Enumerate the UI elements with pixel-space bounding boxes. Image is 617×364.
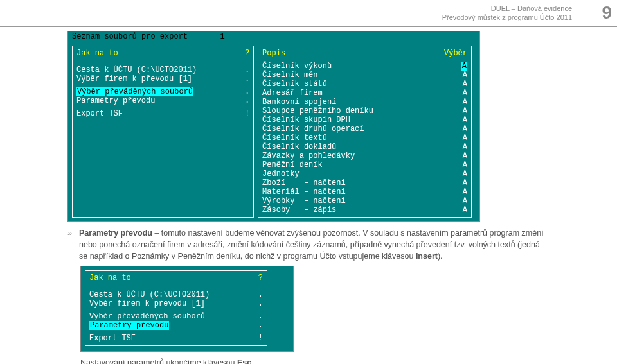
- body-paragraph: » Parametry převodu – tomuto nastavení b…: [67, 227, 550, 262]
- dos-left-panel: Jak na to ? Cesta k ÚČTU (C:\UCTO2011). …: [72, 46, 254, 218]
- list-item[interactable]: JednotkyA: [262, 169, 467, 178]
- left-hdr-l: Jak na to: [76, 49, 118, 58]
- dos-screenshot-1: Seznam souborů pro export 1 Jak na to ? …: [67, 31, 480, 222]
- list-item[interactable]: Číselník výkonůA: [262, 62, 467, 71]
- menu-item[interactable]: Export TSF!: [76, 109, 249, 118]
- list-item[interactable]: Závazky a pohledávkyA: [262, 152, 467, 160]
- list-item[interactable]: Číselník textůA: [262, 134, 467, 143]
- dos-panel: Jak na to ? Cesta k ÚČTU (C:\UCTO2011). …: [85, 270, 267, 346]
- dos-right-panel: Popis Výběr Číselník výkonůAČíselník měn…: [258, 46, 472, 218]
- menu-item[interactable]: Parametry převodu.: [76, 96, 249, 105]
- list-item[interactable]: Bankovní spojeníA: [262, 98, 467, 107]
- menu-item-selected[interactable]: Parametry převodu.: [89, 321, 263, 330]
- header-line1: DUEL – Daňová evidence: [0, 4, 572, 13]
- list-item[interactable]: Zboží – načteníA: [262, 178, 467, 187]
- list-item[interactable]: Peněžní deníkA: [262, 160, 467, 169]
- right-hdr-l: Popis: [262, 49, 285, 58]
- list-item[interactable]: Číselník druhů operacíA: [262, 125, 467, 134]
- menu-item[interactable]: Výběr firem k převodu [1].: [76, 74, 249, 83]
- closing-t2: .: [251, 358, 253, 364]
- menu-item-selected[interactable]: Výběr převáděných souborů.: [76, 87, 249, 96]
- menu-item[interactable]: Výběr firem k převodu [1].: [89, 299, 263, 308]
- list-item[interactable]: Adresář firemA: [262, 89, 467, 98]
- dos-title-left: Seznam souborů pro export: [72, 32, 188, 41]
- closing-paragraph: Nastavování parametrů ukončíme klávesou …: [80, 357, 550, 364]
- list-item[interactable]: Zásoby – zápisA: [262, 205, 467, 214]
- closing-esc: Esc: [237, 358, 251, 364]
- menu-item[interactable]: Cesta k ÚČTU (C:\UCTO2011).: [89, 290, 263, 299]
- para-lead: Parametry převodu: [79, 229, 152, 238]
- left-hdr-r: ?: [245, 49, 249, 58]
- closing-t1: Nastavování parametrů ukončíme klávesou: [80, 358, 237, 364]
- hdr-r: ?: [258, 273, 263, 282]
- header-line2: Převodový můstek z programu Účto 2011: [0, 13, 572, 22]
- list-item[interactable]: Výrobky – načteníA: [262, 196, 467, 205]
- hdr-l: Jak na to: [89, 273, 131, 282]
- list-item[interactable]: Materiál – načteníA: [262, 187, 467, 196]
- list-item[interactable]: Číselník měnA: [262, 71, 467, 80]
- right-hdr-r: Výběr: [444, 49, 467, 58]
- page-number: 9: [602, 3, 612, 23]
- menu-item[interactable]: Cesta k ÚČTU (C:\UCTO2011).: [76, 65, 249, 74]
- dos-screenshot-2: Jak na to ? Cesta k ÚČTU (C:\UCTO2011). …: [80, 266, 294, 352]
- list-item[interactable]: Sloupce peněžního deníkuA: [262, 107, 467, 116]
- dos-title-right: 1: [220, 32, 224, 41]
- list-item[interactable]: Číselník skupin DPHA: [262, 116, 467, 125]
- para-insert: Insert: [416, 252, 438, 261]
- bullet-marker: »: [67, 227, 79, 262]
- list-item[interactable]: Číselník dokladůA: [262, 143, 467, 152]
- page-header: DUEL – Daňová evidence Převodový můstek …: [0, 0, 617, 27]
- dos-title-bar: Seznam souborů pro export 1: [68, 31, 479, 42]
- menu-item[interactable]: Export TSF!: [89, 334, 263, 343]
- para-tail: ).: [438, 252, 443, 261]
- menu-item[interactable]: Výběr převáděných souborů.: [89, 312, 263, 321]
- list-item[interactable]: Číselník státůA: [262, 80, 467, 89]
